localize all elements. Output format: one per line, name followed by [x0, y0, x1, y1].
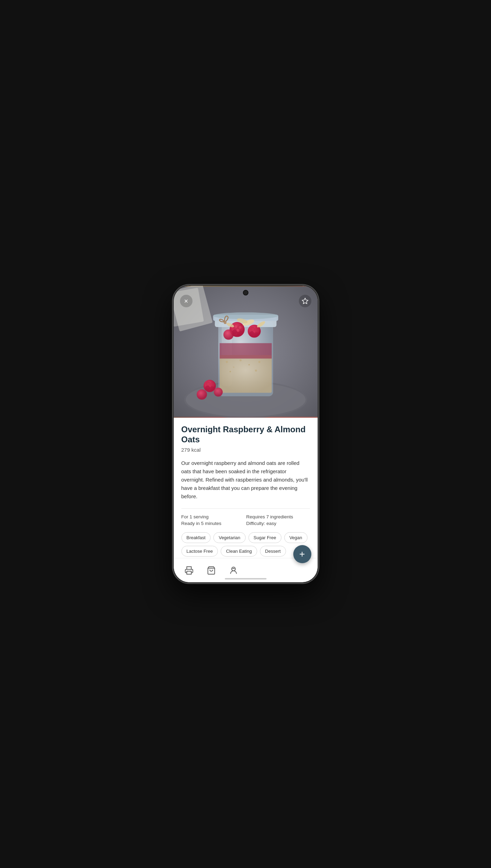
phone-frame: × Overnight Raspberry & Almond Oats 279 … — [173, 285, 319, 583]
svg-point-40 — [205, 386, 210, 391]
tags-container: BreakfastVegetarianSugar FreeVeganLactos… — [181, 532, 310, 557]
printer-icon — [185, 566, 194, 575]
svg-point-39 — [210, 382, 215, 387]
favorite-button[interactable] — [299, 295, 311, 307]
svg-point-10 — [226, 361, 228, 363]
difficulty-label: Difficulty: easy — [246, 521, 310, 526]
close-icon: × — [184, 298, 188, 304]
ingredients-label: Requires 7 ingredients — [246, 514, 310, 519]
power-button — [318, 353, 319, 388]
svg-point-38 — [205, 382, 210, 386]
svg-point-41 — [210, 386, 214, 391]
svg-point-12 — [239, 359, 242, 361]
svg-point-49 — [231, 567, 235, 571]
print-button[interactable] — [184, 566, 194, 575]
svg-point-14 — [258, 361, 260, 363]
recipe-meta: For 1 serving Requires 7 ingredients Rea… — [181, 514, 310, 526]
svg-point-25 — [237, 329, 239, 332]
svg-point-28 — [254, 327, 260, 333]
svg-point-42 — [197, 389, 207, 400]
home-indicator — [225, 578, 267, 579]
tag-dessert[interactable]: Dessert — [260, 546, 286, 557]
chef-button[interactable] — [229, 566, 238, 575]
add-icon: + — [299, 549, 305, 559]
svg-point-23 — [235, 325, 237, 328]
svg-point-27 — [250, 327, 255, 332]
svg-marker-46 — [302, 298, 308, 304]
svg-point-31 — [223, 329, 234, 340]
recipe-content: Overnight Raspberry & Almond Oats 279 kc… — [174, 418, 318, 569]
tag-vegan[interactable]: Vegan — [284, 532, 308, 543]
recipe-title: Overnight Raspberry & Almond Oats — [181, 425, 310, 445]
star-icon — [302, 298, 309, 304]
tag-clean-eating[interactable]: Clean Eating — [221, 546, 257, 557]
svg-rect-9 — [220, 355, 272, 393]
tag-lactose-free[interactable]: Lactose Free — [181, 546, 218, 557]
svg-point-13 — [248, 364, 249, 365]
basket-button[interactable] — [206, 566, 216, 575]
svg-point-36 — [223, 321, 226, 324]
svg-rect-47 — [187, 571, 191, 574]
svg-point-30 — [254, 332, 259, 337]
svg-point-29 — [249, 331, 254, 336]
svg-point-11 — [233, 366, 234, 368]
phone-screen: × Overnight Raspberry & Almond Oats 279 … — [174, 286, 318, 582]
tag-sugar-free[interactable]: Sugar Free — [248, 532, 281, 543]
volume-up-button — [173, 367, 173, 395]
svg-point-15 — [229, 371, 231, 372]
divider — [181, 508, 310, 509]
svg-point-16 — [255, 369, 257, 372]
volume-down-button — [173, 341, 173, 362]
ready-in-label: Ready in 5 minutes — [181, 521, 245, 526]
close-button[interactable]: × — [180, 295, 193, 307]
chef-icon — [229, 566, 238, 575]
recipe-kcal: 279 kcal — [181, 447, 310, 453]
svg-point-24 — [239, 326, 242, 329]
svg-point-8 — [213, 312, 278, 319]
svg-point-43 — [214, 388, 223, 397]
svg-rect-17 — [220, 343, 272, 358]
recipe-hero-image: × — [174, 286, 318, 418]
servings-label: For 1 serving — [181, 514, 245, 519]
tag-breakfast[interactable]: Breakfast — [181, 532, 211, 543]
tag-vegetarian[interactable]: Vegetarian — [213, 532, 245, 543]
front-camera — [243, 290, 248, 295]
recipe-description: Our overnight raspberry and almond oats … — [181, 459, 310, 501]
add-button[interactable]: + — [293, 545, 311, 563]
scroll-area[interactable]: × Overnight Raspberry & Almond Oats 279 … — [174, 286, 318, 569]
basket-icon — [207, 566, 216, 575]
